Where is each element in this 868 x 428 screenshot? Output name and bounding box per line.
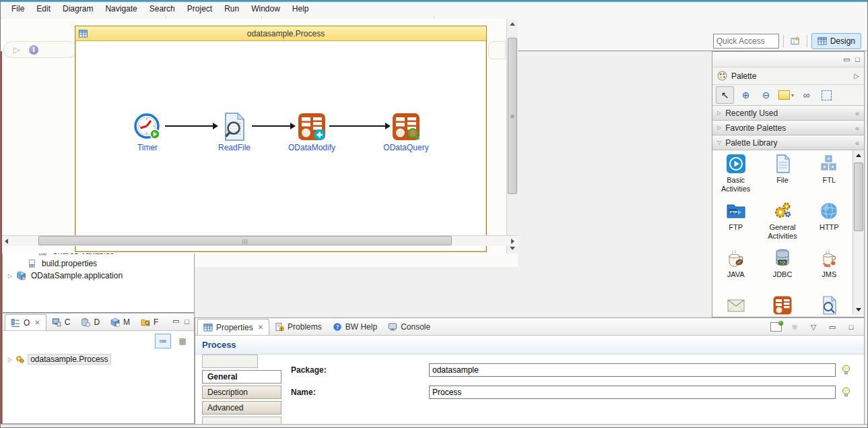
pin-icon[interactable]: « [855, 139, 859, 147]
link-tool[interactable]: ∞ [798, 87, 815, 103]
flow-node-timer[interactable]: Timer [115, 112, 180, 152]
horizontal-scrollbar-thumb[interactable]: ||| [38, 236, 452, 245]
palette-section-recently-used[interactable]: Recently Used « [712, 106, 864, 121]
zoom-out-tool[interactable]: ⊖ [758, 87, 774, 103]
zoom-in-tool[interactable]: ⊕ [737, 87, 754, 103]
menu-item[interactable]: Diagram [57, 3, 99, 15]
quick-access-input[interactable] [713, 34, 779, 49]
menu-item[interactable]: Edit [30, 3, 57, 15]
tree-item-build-properties[interactable]: 010 build.properties [3, 257, 194, 270]
transition-arrow[interactable] [252, 125, 291, 127]
palette-item-ftl[interactable]: FTL [806, 154, 853, 201]
flow-node-odatamodify[interactable]: ODataModify [279, 112, 344, 152]
palette-item-file[interactable]: File [759, 154, 805, 201]
palette-section-label: Favorite Palettes [725, 123, 786, 133]
menu-item[interactable]: Project [181, 3, 218, 15]
scroll-up-button[interactable] [507, 19, 518, 29]
close-icon[interactable]: ✕ [34, 319, 40, 326]
select-tool[interactable]: ↖ [716, 86, 734, 104]
close-icon[interactable]: ✕ [258, 324, 263, 331]
palette-scrollbar-thumb[interactable] [854, 162, 863, 231]
vertical-scrollbar[interactable]: ≡ [506, 19, 518, 253]
tab-data-source[interactable]: D ✕ [75, 314, 105, 330]
scroll-right-button[interactable] [507, 236, 518, 246]
clear-fields[interactable]: ✾ [788, 319, 801, 334]
canvas-side-handle[interactable] [488, 41, 506, 59]
open-perspective-button[interactable] [788, 34, 803, 48]
palette-item-odata[interactable]: OData [759, 295, 805, 315]
table-view-toggle[interactable]: ▦ [175, 334, 190, 348]
tab-module[interactable]: M ✕ [105, 314, 135, 330]
horizontal-scrollbar[interactable]: ||| [1, 235, 518, 246]
palette-section-favorite-palettes[interactable]: Favorite Palettes « [712, 121, 864, 135]
palette-item-general-activities[interactable]: General Activities [759, 201, 805, 248]
menu-item[interactable]: Window [245, 3, 286, 15]
expander-icon[interactable] [7, 273, 13, 279]
design-perspective-button[interactable]: Design [811, 33, 861, 49]
editor-area: Process.bwp ✕ ▷ I odatasample.Process [1, 1, 518, 267]
tab-problems[interactable]: Problems ✕ [269, 319, 327, 335]
flow-node-odataquery[interactable]: ODataQuery [374, 112, 438, 152]
subtab-general[interactable]: General [202, 370, 281, 384]
lightbulb-icon[interactable] [842, 387, 850, 398]
process-box-header[interactable]: odatasample.Process [75, 26, 486, 41]
tab-components-view[interactable]: C ✕ [46, 314, 76, 330]
outline-item[interactable]: ▷ odatasample.Process [3, 353, 194, 365]
scroll-left-button[interactable] [1, 236, 11, 246]
tab-properties[interactable]: Properties ✕ [197, 319, 269, 335]
transition-arrow[interactable] [329, 125, 386, 127]
subtab-advanced[interactable]: Advanced [202, 401, 281, 415]
menu-item[interactable]: Search [143, 3, 181, 15]
process-canvas[interactable]: ▷ I odatasample.Process Timer [1, 19, 518, 253]
tab-outline[interactable]: O ✕ [5, 314, 46, 330]
palette-scrollbar[interactable] [853, 150, 864, 315]
tab-file-explorer[interactable]: F ✕ [135, 314, 164, 330]
panel-buttons: ▭ □ [172, 317, 194, 326]
palette-item-ftp[interactable]: FTP FTP [712, 201, 759, 248]
maximize-button[interactable]: □ [185, 317, 189, 326]
chevron-right-icon[interactable]: ▷ [854, 72, 859, 80]
horizontal-scrollbar-track[interactable]: ||| [11, 236, 507, 246]
palette-item-http[interactable]: HTTP [806, 201, 853, 248]
subtab-description[interactable]: Description [202, 386, 281, 399]
expander-icon [717, 110, 721, 116]
tab-console[interactable]: Console ✕ [382, 319, 436, 335]
menu-item[interactable]: Help [286, 3, 315, 15]
tree-item-odatasample-application[interactable]: ODataSample.application [3, 270, 194, 282]
palette-header[interactable]: Palette ▷ [712, 67, 864, 85]
minimize-button[interactable]: ▭ [843, 55, 850, 64]
palette-item-jms[interactable]: JMS [806, 248, 853, 295]
expander-icon[interactable]: ▷ [8, 357, 12, 363]
flow-node-readfile[interactable]: ReadFile [202, 112, 267, 152]
menu-item[interactable]: File [5, 3, 30, 15]
palette-item-basic-activities[interactable]: Basic Activities [712, 154, 759, 201]
lightbulb-icon[interactable] [842, 365, 850, 375]
pin-icon[interactable]: « [855, 109, 859, 117]
info-icon[interactable]: I [29, 45, 38, 55]
maximize[interactable]: □ [844, 319, 858, 334]
tree-view-toggle[interactable]: ≔ [155, 334, 171, 348]
scroll-up-button[interactable] [853, 150, 864, 160]
minimize-button[interactable]: ▭ [172, 317, 179, 326]
palette-section-palette-library[interactable]: Palette Library « [712, 135, 864, 150]
minimize[interactable]: ▭ [826, 319, 839, 334]
menu-item[interactable]: Navigate [99, 3, 143, 15]
tab-bw-help[interactable]: ? BW Help ✕ [327, 319, 382, 335]
palette-item-jdbc[interactable]: SQL JDBC [759, 248, 805, 295]
palette-item-java[interactable]: JAVA [712, 248, 759, 295]
run-process-icon[interactable]: ▷ [13, 45, 20, 55]
scroll-down-button[interactable] [853, 305, 864, 315]
menu-item[interactable]: Run [218, 3, 245, 15]
maximize-button[interactable]: □ [855, 55, 860, 63]
marquee-tool[interactable] [818, 87, 835, 103]
pin-icon[interactable]: « [855, 124, 859, 132]
vertical-scrollbar-thumb[interactable]: ≡ [508, 38, 517, 194]
field-input[interactable] [429, 363, 836, 377]
view-menu[interactable]: ▽ [807, 319, 820, 334]
palette-item-mail[interactable]: Mail [712, 295, 759, 315]
field-input[interactable] [429, 386, 836, 399]
palette-item-parse[interactable]: Parse [806, 295, 853, 315]
pin-editor[interactable] [769, 319, 782, 334]
note-tool[interactable] [778, 87, 795, 103]
transition-arrow[interactable] [165, 125, 213, 127]
